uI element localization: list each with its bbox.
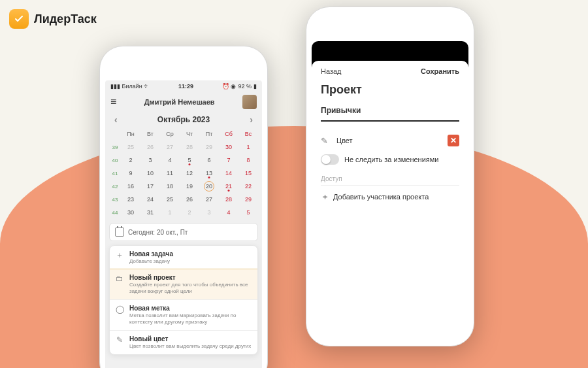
- clear-color-button[interactable]: ✕: [448, 135, 459, 146]
- calendar-day[interactable]: 28: [180, 141, 199, 154]
- week-number: 41: [109, 171, 121, 176]
- calendar-day[interactable]: 27: [160, 141, 180, 154]
- calendar-day[interactable]: 15: [238, 167, 258, 180]
- day-header: Чт: [180, 127, 199, 141]
- calendar-day[interactable]: 28: [219, 193, 238, 206]
- add-member-label: Добавить участника проекта: [333, 193, 429, 201]
- calendar-day[interactable]: 5: [238, 206, 258, 219]
- quick-action-item[interactable]: ＋Новая задачаДобавьте задачу: [110, 246, 257, 269]
- calendar-day[interactable]: 3: [140, 154, 160, 167]
- calendar-day[interactable]: 9: [121, 167, 140, 180]
- calendar-day[interactable]: 24: [140, 193, 160, 206]
- calendar-day[interactable]: 30: [121, 206, 140, 219]
- calendar-day[interactable]: 20: [199, 180, 219, 193]
- day-header: Сб: [219, 127, 238, 141]
- calendar-day[interactable]: 26: [140, 141, 160, 154]
- calendar-day[interactable]: 12: [180, 167, 199, 180]
- phone-project-edit: Назад Сохранить Проект Привычки ✎ Цвет ✕…: [306, 7, 474, 346]
- menu-icon[interactable]: ≡: [110, 96, 116, 108]
- calendar-day[interactable]: 29: [238, 193, 258, 206]
- action-subtitle: Добавьте задачу: [129, 258, 173, 265]
- action-title: Новая метка: [129, 305, 252, 312]
- today-row[interactable]: Сегодня: 20 окт., Пт: [109, 223, 258, 241]
- action-title: Новый цвет: [129, 335, 251, 343]
- track-changes-label: Не следить за изменениями: [344, 156, 438, 163]
- action-icon: ✎: [115, 335, 124, 344]
- calendar-day[interactable]: 18: [160, 180, 180, 193]
- calendar-day[interactable]: 14: [219, 167, 238, 180]
- quick-action-item[interactable]: 🗀Новый проектСоздайте проект для того чт…: [109, 269, 258, 300]
- action-title: Новая задача: [129, 250, 173, 258]
- calendar-grid: .ПнВтСрЧтПтСбВс3925262728293014023456784…: [105, 127, 262, 219]
- quick-action-item[interactable]: ◯Новая меткаМетка позволит вам маркирова…: [110, 299, 257, 330]
- calendar-day[interactable]: 23: [121, 193, 140, 206]
- action-icon: ◯: [115, 305, 124, 314]
- quick-action-item[interactable]: ✎Новый цветЦвет позволит вам выделить за…: [110, 330, 257, 354]
- logo-icon: [9, 9, 29, 29]
- calendar-day[interactable]: 6: [199, 154, 219, 167]
- calendar-day[interactable]: 4: [219, 206, 238, 219]
- status-bar: ▮▮▮ Билайн ᯤ 11:29 ⏰ ◉92 %▮: [105, 80, 262, 92]
- color-icon: ✎: [321, 136, 331, 146]
- action-subtitle: Создайте проект для того чтобы объединит…: [129, 282, 252, 295]
- calendar-day[interactable]: 17: [140, 180, 160, 193]
- next-month-button[interactable]: ›: [250, 114, 253, 125]
- action-subtitle: Цвет позволит вам выделить задачу среди …: [129, 343, 251, 350]
- calendar-day[interactable]: 1: [238, 141, 258, 154]
- brand-name: ЛидерТаск: [34, 12, 97, 26]
- plus-icon: ＋: [321, 191, 329, 203]
- week-number: 43: [109, 197, 121, 203]
- week-number: 44: [109, 210, 121, 216]
- action-title: Новый проект: [129, 274, 252, 281]
- calendar-day[interactable]: 2: [180, 206, 199, 219]
- calendar-day[interactable]: 8: [238, 154, 258, 167]
- add-member-button[interactable]: ＋ Добавить участника проекта: [321, 186, 459, 208]
- clock: 11:29: [178, 83, 193, 90]
- calendar-day[interactable]: 30: [219, 141, 238, 154]
- calendar-day[interactable]: 19: [180, 180, 199, 193]
- calendar-day[interactable]: 26: [180, 193, 199, 206]
- battery-indicator: ⏰ ◉92 %▮: [222, 83, 257, 90]
- calendar-day[interactable]: 25: [160, 193, 180, 206]
- week-number: 39: [109, 144, 121, 150]
- user-name[interactable]: Дмитрий Немешаев: [144, 98, 215, 106]
- page-title: Проект: [321, 83, 459, 97]
- calendar-day[interactable]: 16: [121, 180, 140, 193]
- calendar-day[interactable]: 31: [140, 206, 160, 219]
- calendar-day[interactable]: 21: [219, 180, 238, 193]
- carrier-label: ▮▮▮ Билайн ᯤ: [110, 83, 150, 90]
- day-header: Пт: [199, 127, 219, 141]
- calendar-day[interactable]: 13: [199, 167, 219, 180]
- calendar-day[interactable]: 7: [219, 154, 238, 167]
- calendar-day[interactable]: 5: [180, 154, 199, 167]
- action-subtitle: Метка позволит вам маркировать задачи по…: [129, 312, 252, 326]
- prev-month-button[interactable]: ‹: [114, 114, 118, 125]
- project-name-field[interactable]: Привычки: [321, 106, 459, 122]
- calendar-day[interactable]: 11: [160, 167, 180, 180]
- calendar-day[interactable]: 25: [121, 141, 140, 154]
- action-icon: ＋: [115, 250, 124, 259]
- track-changes-row[interactable]: Не следить за изменениями: [321, 150, 459, 169]
- color-row[interactable]: ✎ Цвет ✕: [321, 131, 459, 150]
- day-header: Вс: [238, 127, 258, 141]
- track-changes-toggle[interactable]: [321, 154, 339, 165]
- week-number: 42: [109, 184, 121, 190]
- calendar-day[interactable]: 22: [238, 180, 258, 193]
- calendar-day[interactable]: 27: [199, 193, 219, 206]
- calendar-day[interactable]: 29: [199, 141, 219, 154]
- save-button[interactable]: Сохранить: [421, 67, 459, 75]
- color-label: Цвет: [336, 137, 353, 144]
- day-header: Вт: [140, 127, 160, 141]
- calendar-day[interactable]: 3: [199, 206, 219, 219]
- calendar-day[interactable]: 1: [160, 206, 180, 219]
- calendar-day[interactable]: 10: [140, 167, 160, 180]
- avatar[interactable]: [242, 95, 257, 109]
- calendar-day[interactable]: 4: [160, 154, 180, 167]
- back-button[interactable]: Назад: [321, 67, 342, 75]
- calendar-day[interactable]: 2: [121, 154, 140, 167]
- quick-actions-panel: ＋Новая задачаДобавьте задачу🗀Новый проек…: [109, 245, 258, 355]
- today-label: Сегодня: 20 окт., Пт: [128, 229, 188, 236]
- day-header: Ср: [160, 127, 180, 141]
- phone-calendar: ▮▮▮ Билайн ᯤ 11:29 ⏰ ◉92 %▮ ≡ Дмитрий Не…: [99, 46, 268, 368]
- day-header: Пн: [121, 127, 140, 141]
